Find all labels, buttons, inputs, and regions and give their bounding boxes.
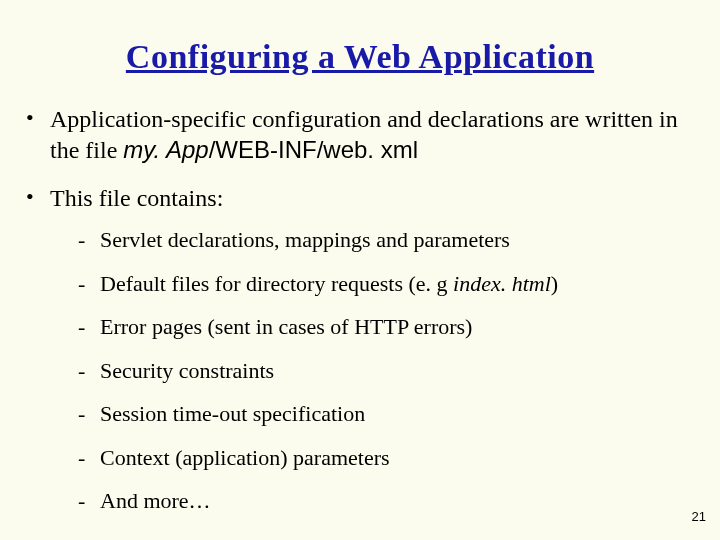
sub-text: Session time-out specification <box>100 401 365 426</box>
sub-text: Security constraints <box>100 358 274 383</box>
sub-item: Error pages (sent in cases of HTTP error… <box>78 313 698 341</box>
slide-title: Configuring a Web Application <box>22 38 698 76</box>
bullet-item: This file contains: Servlet declarations… <box>22 183 698 514</box>
sub-item: Context (application) parameters <box>78 444 698 472</box>
bullet-item: Application-specific configuration and d… <box>22 104 698 165</box>
page-number: 21 <box>692 509 706 524</box>
sub-text: Error pages (sent in cases of HTTP error… <box>100 314 472 339</box>
bullet-list: Application-specific configuration and d… <box>22 104 698 515</box>
example-file: index. html <box>453 271 551 296</box>
sub-item: And more… <box>78 487 698 515</box>
sub-item: Default files for directory requests (e.… <box>78 270 698 298</box>
sub-text: And more… <box>100 488 211 513</box>
sub-text-post: ) <box>551 271 558 296</box>
bullet-text: This file contains: <box>50 185 223 211</box>
sub-list: Servlet declarations, mappings and param… <box>50 226 698 515</box>
sub-text: Servlet declarations, mappings and param… <box>100 227 510 252</box>
sub-item: Security constraints <box>78 357 698 385</box>
sub-item: Servlet declarations, mappings and param… <box>78 226 698 254</box>
sub-text: Default files for directory requests (e.… <box>100 271 453 296</box>
code-path-rest: /WEB-INF/web. xml <box>209 136 418 163</box>
slide: Configuring a Web Application Applicatio… <box>0 0 720 540</box>
sub-item: Session time-out specification <box>78 400 698 428</box>
code-path: my. App/WEB-INF/web. xml <box>123 136 418 163</box>
code-path-ital: my. App <box>123 136 208 163</box>
sub-text: Context (application) parameters <box>100 445 390 470</box>
